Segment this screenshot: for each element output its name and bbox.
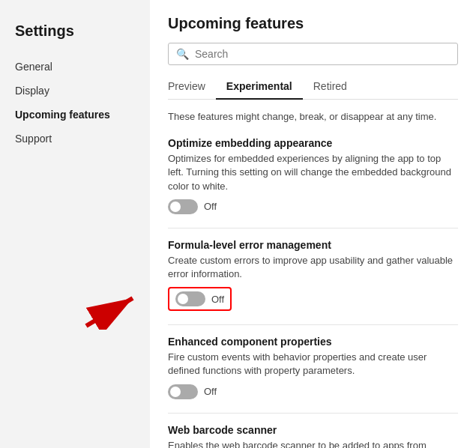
feature-desc-barcode: Enables the web barcode scanner to be ad… [168,439,458,449]
toggle-thumb-enhanced [170,387,181,397]
divider-3 [168,413,458,414]
tab-experimental[interactable]: Experimental [216,76,303,100]
sidebar-item-general[interactable]: General [0,55,150,79]
feature-desc-optimize: Optimizes for embedded experiences by al… [168,152,458,193]
toggle-optimize[interactable] [168,199,198,214]
feature-title-optimize: Optimize embedding appearance [168,137,458,149]
tab-retired[interactable]: Retired [303,76,358,100]
sidebar: Settings General Display Upcoming featur… [0,0,150,448]
search-icon: 🔍 [176,48,189,60]
toggle-thumb-optimize [170,202,181,212]
sidebar-item-display[interactable]: Display [0,79,150,103]
feature-enhanced-component: Enhanced component properties Fire custo… [168,336,458,399]
sidebar-item-upcoming-features[interactable]: Upcoming features [0,103,150,127]
feature-title-enhanced: Enhanced component properties [168,336,458,348]
tab-preview[interactable]: Preview [168,76,216,100]
toggle-label-optimize: Off [204,201,217,212]
toggle-highlighted-box: Off [168,287,232,311]
divider-2 [168,324,458,325]
feature-desc-formula: Create custom errors to improve app usab… [168,254,458,281]
feature-title-barcode: Web barcode scanner [168,424,458,436]
toggle-label-formula: Off [211,294,224,305]
feature-formula-error: Formula-level error management Create cu… [168,239,458,311]
search-box: 🔍 [168,43,458,65]
toggle-row-optimize: Off [168,199,458,214]
toggle-track-optimize [168,199,198,214]
divider-1 [168,228,458,228]
toggle-row-enhanced: Off [168,384,458,399]
feature-desc-enhanced: Fire custom events with behavior propert… [168,351,458,378]
tabs-bar: Preview Experimental Retired [168,76,458,100]
toggle-row-formula: Off [168,287,458,311]
search-input[interactable] [195,48,450,60]
toggle-formula[interactable] [175,291,205,306]
toggle-track-enhanced [168,384,198,399]
main-content: Upcoming features 🔍 Preview Experimental… [150,0,476,448]
app-title: Settings [0,15,150,55]
toggle-track-formula [175,291,205,306]
sidebar-item-support[interactable]: Support [0,127,150,151]
tab-description: These features might change, break, or d… [168,110,458,124]
toggle-label-enhanced: Off [204,386,217,397]
page-title: Upcoming features [168,15,458,32]
toggle-enhanced[interactable] [168,384,198,399]
feature-web-barcode: Web barcode scanner Enables the web barc… [168,424,458,449]
feature-optimize-embedding: Optimize embedding appearance Optimizes … [168,137,458,214]
toggle-thumb-formula [178,294,188,304]
feature-title-formula: Formula-level error management [168,239,458,251]
